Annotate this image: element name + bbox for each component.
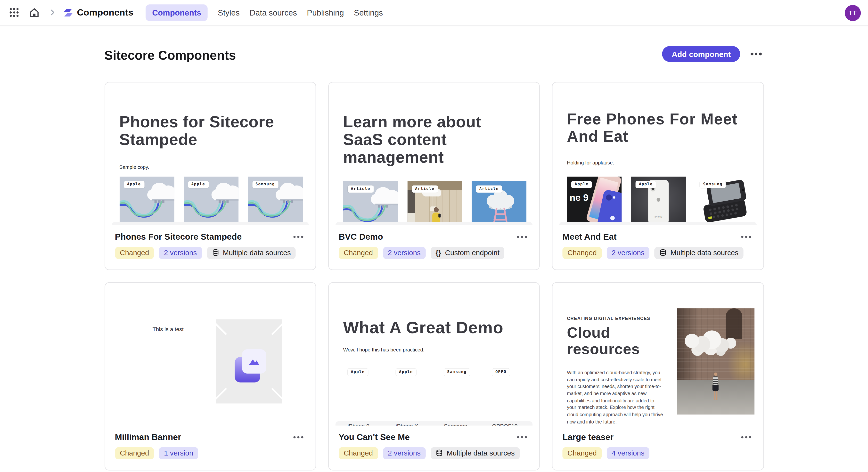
card-more-options-icon[interactable] bbox=[515, 434, 529, 440]
card-more-options-icon[interactable] bbox=[291, 233, 305, 240]
preview-text: This is a test bbox=[153, 326, 184, 332]
card-preview: CREATING DIGITAL EXPERIENCES Cloud resou… bbox=[553, 283, 763, 426]
nav-tabs: Components Styles Data sources Publishin… bbox=[146, 4, 383, 21]
add-component-button[interactable]: Add component bbox=[662, 46, 740, 62]
database-icon bbox=[436, 450, 443, 457]
brand-chip: Apple bbox=[124, 181, 144, 188]
versions-badge: 2 versions bbox=[159, 247, 202, 259]
top-nav: Components Components Styles Data source… bbox=[0, 0, 868, 26]
status-badge: Changed bbox=[115, 447, 154, 459]
preview-clip-strip bbox=[335, 222, 532, 225]
brand-chip: OPPO bbox=[492, 369, 510, 376]
components-grid: Phones for Sitecore Stampede Sample copy… bbox=[104, 82, 764, 470]
brand-chip: Apple bbox=[188, 181, 209, 188]
grid-dots-icon bbox=[8, 7, 19, 18]
brand-chip: Apple bbox=[396, 369, 416, 376]
versions-badge: 2 versions bbox=[383, 247, 426, 259]
status-badge: Changed bbox=[339, 247, 378, 259]
data-source-badge: Multiple data sources bbox=[431, 447, 520, 459]
main-content: Sitecore Components Add component Phones… bbox=[104, 39, 764, 470]
component-card-phones-for-sitecore-stampede[interactable]: Phones for Sitecore Stampede Sample copy… bbox=[104, 82, 316, 270]
card-footer: BVC Demo Changed 2 versions {} Custom en… bbox=[329, 225, 539, 259]
app-window: Components Components Styles Data source… bbox=[0, 0, 868, 472]
status-badge: Changed bbox=[339, 447, 378, 459]
preview-thumbnail: Article bbox=[472, 181, 526, 225]
preview-clip-strip bbox=[559, 222, 756, 225]
status-badge: Changed bbox=[115, 247, 154, 259]
brand-chip: Samsung bbox=[700, 181, 726, 188]
component-card-meet-and-eat[interactable]: Free Phones For Meet And Eat Holding for… bbox=[552, 82, 764, 270]
versions-badge: 2 versions bbox=[607, 247, 649, 259]
card-preview: What A Great Demo Wow. I hope this has b… bbox=[329, 283, 539, 426]
preview-thumbnail: Article bbox=[343, 181, 398, 225]
brand-chip: Apple bbox=[348, 369, 368, 376]
preview-copy: Holding for applause. bbox=[567, 160, 614, 165]
versions-badge: 1 version bbox=[159, 447, 198, 459]
preview-copy: Sample copy. bbox=[119, 164, 149, 170]
preview-clip-strip bbox=[112, 222, 309, 225]
preview-heading: What A Great Demo bbox=[343, 318, 531, 337]
preview-thumbnail: Apple bbox=[567, 176, 622, 225]
brand-chip: Apple bbox=[636, 181, 656, 188]
component-card-milliman-banner[interactable]: This is a test Milliman Banner bbox=[104, 282, 316, 470]
brand-chip: Samsung bbox=[444, 369, 470, 376]
tab-data-sources[interactable]: Data sources bbox=[250, 4, 297, 21]
preview-thumbnail: Apple bbox=[183, 176, 238, 225]
card-preview: Learn more about SaaS content management… bbox=[329, 83, 539, 225]
card-footer: Meet And Eat Changed 2 versions M bbox=[553, 225, 763, 259]
card-more-options-icon[interactable] bbox=[515, 233, 529, 240]
card-more-options-icon[interactable] bbox=[739, 434, 753, 440]
data-source-badge: Multiple data sources bbox=[654, 247, 744, 259]
braces-icon: {} bbox=[436, 249, 441, 257]
app-launcher-icon[interactable] bbox=[7, 6, 21, 19]
preview-copy: Wow. I hope this has been practiced. bbox=[343, 347, 424, 352]
tab-components[interactable]: Components bbox=[146, 4, 208, 21]
avatar[interactable]: TT bbox=[845, 5, 861, 21]
preview-thumbnail: Apple bbox=[631, 176, 686, 225]
page-title: Sitecore Components bbox=[104, 48, 236, 63]
home-icon[interactable] bbox=[28, 6, 41, 19]
card-footer: Milliman Banner Changed 1 version bbox=[105, 426, 315, 459]
tab-styles[interactable]: Styles bbox=[218, 4, 240, 21]
preview-heading: Phones for Sitecore Stampede bbox=[119, 113, 285, 149]
database-icon bbox=[659, 249, 666, 257]
preview-heading: Cloud resources bbox=[567, 325, 678, 357]
tab-publishing[interactable]: Publishing bbox=[307, 4, 344, 21]
component-card-large-teaser[interactable]: CREATING DIGITAL EXPERIENCES Cloud resou… bbox=[552, 282, 764, 470]
card-footer: Phones For Sitecore Stampede Changed 2 v… bbox=[105, 225, 315, 259]
brand-chip: Article bbox=[476, 185, 502, 193]
preview-thumbnail: Apple bbox=[119, 176, 174, 225]
component-card-bvc-demo[interactable]: Learn more about SaaS content management… bbox=[328, 82, 540, 270]
person-figure bbox=[713, 372, 719, 400]
brand-chip: Samsung bbox=[252, 181, 278, 188]
card-preview: Free Phones For Meet And Eat Holding for… bbox=[553, 83, 763, 225]
component-name: Large teaser bbox=[563, 432, 614, 442]
breadcrumb-chevron-icon bbox=[45, 6, 59, 19]
component-name: BVC Demo bbox=[339, 232, 383, 242]
brand-chip: Article bbox=[348, 185, 374, 193]
tab-settings[interactable]: Settings bbox=[354, 4, 383, 21]
component-name: You Can't See Me bbox=[339, 432, 410, 442]
page-more-options-icon[interactable] bbox=[748, 51, 764, 58]
status-badge: Changed bbox=[563, 447, 602, 459]
component-name: Meet And Eat bbox=[563, 232, 617, 242]
preview-thumbnail: Samsung bbox=[248, 176, 303, 225]
card-more-options-icon[interactable] bbox=[291, 434, 305, 440]
preview-eyebrow: CREATING DIGITAL EXPERIENCES bbox=[567, 316, 650, 321]
data-source-badge: Multiple data sources bbox=[207, 247, 296, 259]
components-product-logo-icon[interactable] bbox=[63, 7, 73, 18]
image-placeholder bbox=[216, 319, 282, 403]
card-preview: Phones for Sitecore Stampede Sample copy… bbox=[105, 83, 315, 225]
component-name: Phones For Sitecore Stampede bbox=[115, 232, 242, 242]
product-title: Components bbox=[77, 7, 133, 18]
component-card-you-cant-see-me[interactable]: What A Great Demo Wow. I hope this has b… bbox=[328, 282, 540, 470]
preview-body: With an optimized cloud-based strategy, … bbox=[567, 369, 664, 426]
card-more-options-icon[interactable] bbox=[739, 233, 753, 240]
thumb-overlay-text: ne 9 bbox=[569, 192, 589, 203]
card-preview: This is a test bbox=[105, 283, 315, 426]
versions-badge: 4 versions bbox=[607, 447, 649, 459]
data-source-badge: {} Custom endpoint bbox=[431, 247, 504, 259]
preview-heading: Free Phones For Meet And Eat bbox=[567, 111, 752, 145]
brand-chip: Article bbox=[412, 185, 438, 193]
card-footer: Large teaser Changed 4 versions bbox=[553, 426, 763, 459]
